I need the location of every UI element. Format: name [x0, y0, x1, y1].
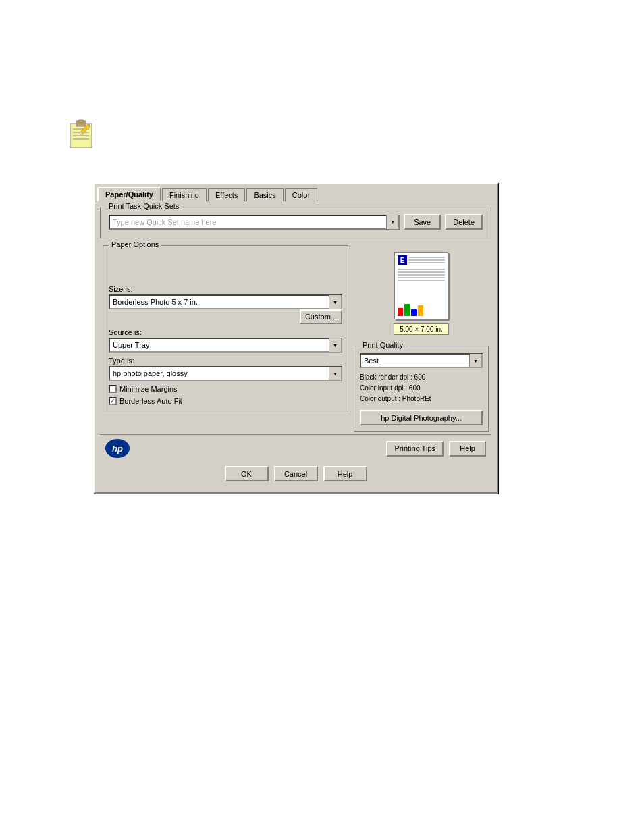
minimize-margins-row[interactable]: Minimize Margins [109, 385, 342, 393]
paper-line-7 [398, 277, 445, 278]
borderless-autofit-row[interactable]: Borderless Auto Fit [109, 397, 342, 405]
source-select[interactable]: Upper Tray [109, 338, 342, 353]
type-label: Type is: [109, 357, 342, 365]
paper-size-label: 5.00 × 7.00 in. [394, 323, 449, 335]
print-quality-group-label: Print Quality [360, 341, 406, 349]
source-value: Upper Tray [110, 340, 329, 350]
color-output-label: Color output [360, 395, 396, 402]
tab-color[interactable]: Color [285, 188, 317, 201]
tab-paper-quality[interactable]: Paper/Quality [97, 187, 161, 201]
quality-value: Best [361, 355, 469, 366]
bottom-bar: hp Printing Tips Help [100, 434, 491, 462]
paper-line-2 [408, 259, 445, 261]
printing-tips-button[interactable]: Printing Tips [386, 441, 444, 457]
paper-line-8 [398, 280, 445, 281]
size-row: Borderless Photo 5 x 7 in. [109, 294, 342, 309]
chart-bar-3 [411, 309, 417, 316]
type-dropdown-arrow[interactable] [329, 367, 341, 380]
paper-content-lines [398, 269, 445, 298]
quality-info: Black render dpi : 600 Color input dpi :… [360, 372, 483, 405]
svg-rect-6 [78, 120, 84, 123]
ok-button[interactable]: OK [225, 466, 269, 481]
source-row: Upper Tray [109, 338, 342, 353]
chart-bar-2 [404, 304, 410, 316]
source-label: Source is: [109, 328, 342, 336]
dialog-footer: OK Cancel Help [100, 462, 491, 487]
quicksets-row: Type new Quick Set name here Save Delete [106, 210, 485, 232]
quality-dropdown-arrow[interactable] [469, 354, 481, 367]
size-value: Borderless Photo 5 x 7 in. [110, 296, 329, 307]
paper-icon-header: E [398, 255, 445, 265]
black-render-value: : 600 [410, 373, 425, 381]
source-dropdown-arrow[interactable] [329, 338, 341, 352]
hp-logo: hp [105, 439, 130, 458]
paper-e-badge: E [398, 255, 407, 265]
paper-line-3 [408, 262, 445, 263]
quicksets-group-label: Print Task Quick Sets [106, 202, 182, 210]
size-select[interactable]: Borderless Photo 5 x 7 in. [109, 294, 342, 309]
color-input-row: Color input dpi : 600 [360, 383, 483, 394]
quality-select[interactable]: Best [360, 353, 483, 368]
tab-basics[interactable]: Basics [246, 188, 283, 201]
help-bottom-button[interactable]: Help [449, 441, 486, 457]
minimize-margins-checkbox[interactable] [109, 385, 117, 393]
quicksets-group: Print Task Quick Sets Type new Quick Set… [100, 207, 491, 238]
color-input-label: Color input dpi [360, 384, 403, 392]
minimize-margins-label: Minimize Margins [119, 385, 178, 393]
app-icon [68, 118, 95, 148]
quickset-input[interactable]: Type new Quick Set name here [110, 217, 386, 228]
tab-finishing[interactable]: Finishing [162, 188, 207, 201]
dialog-body: Print Task Quick Sets Type new Quick Set… [95, 201, 497, 492]
paper-options-group-label: Paper Options [109, 240, 161, 249]
type-value: hp photo paper, glossy [110, 368, 329, 379]
tab-effects[interactable]: Effects [208, 188, 245, 201]
save-button[interactable]: Save [404, 214, 441, 230]
custom-button[interactable]: Custom... [300, 309, 342, 324]
black-render-label: Black render dpi [360, 373, 408, 381]
paper-line-4 [398, 269, 445, 270]
paper-chart [398, 303, 445, 316]
color-input-value: : 600 [405, 384, 420, 392]
paper-options-group: Paper Options Size is: Borderless Photo … [103, 245, 348, 411]
color-output-row: Color output : PhotoREt [360, 394, 483, 405]
paper-line-1 [408, 257, 445, 258]
print-dialog: Paper/Quality Finishing Effects Basics C… [93, 182, 498, 494]
size-dropdown-arrow[interactable] [329, 295, 341, 309]
type-row: hp photo paper, glossy [109, 366, 342, 381]
help-footer-button[interactable]: Help [323, 466, 367, 481]
borderless-autofit-label: Borderless Auto Fit [119, 397, 182, 405]
paper-icon: E [394, 252, 448, 319]
paper-preview: E [394, 252, 449, 335]
quickset-dropdown-arrow[interactable] [386, 215, 398, 229]
borderless-autofit-checkbox[interactable] [109, 397, 117, 405]
left-panel: Paper Options Size is: Borderless Photo … [103, 245, 348, 432]
delete-button[interactable]: Delete [445, 214, 483, 230]
paper-line-6 [398, 274, 445, 276]
chart-bar-4 [418, 305, 423, 316]
cancel-button[interactable]: Cancel [274, 466, 318, 481]
digital-photo-button[interactable]: hp Digital Photography... [360, 410, 483, 425]
chart-bar-1 [398, 308, 403, 316]
print-quality-group: Print Quality Best Black render dpi : 60… [354, 346, 489, 432]
paper-lines [408, 257, 445, 263]
type-select[interactable]: hp photo paper, glossy [109, 366, 342, 381]
size-label: Size is: [109, 285, 342, 293]
main-content: Paper Options Size is: Borderless Photo … [100, 245, 491, 432]
color-output-value: : PhotoREt [398, 395, 431, 402]
quickset-combo[interactable]: Type new Quick Set name here [109, 215, 400, 230]
tab-bar: Paper/Quality Finishing Effects Basics C… [95, 184, 497, 201]
right-panel: E [354, 245, 489, 432]
black-render-row: Black render dpi : 600 [360, 372, 483, 383]
paper-line-5 [398, 271, 445, 273]
